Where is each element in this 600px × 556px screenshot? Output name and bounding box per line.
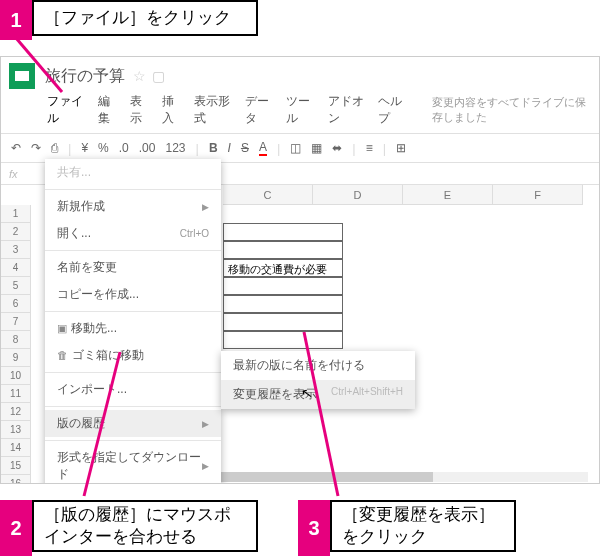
sheets-logo-icon[interactable]: [9, 63, 35, 89]
row-header[interactable]: 3: [1, 241, 31, 259]
menu-item-trash[interactable]: 🗑ゴミ箱に移動: [45, 342, 221, 369]
halign-icon[interactable]: ≡: [366, 141, 373, 155]
star-icon[interactable]: ☆: [133, 68, 146, 84]
menu-item-move[interactable]: ▣移動先...: [45, 315, 221, 342]
annotation-2: 2 ［版の履歴］にマウスポインターを合わせる: [0, 500, 258, 556]
folder-icon[interactable]: ▢: [152, 68, 165, 84]
menu-divider: [45, 311, 221, 312]
menu-item-import[interactable]: インポート...: [45, 376, 221, 403]
cell[interactable]: [223, 331, 343, 349]
menu-help[interactable]: ヘルプ: [376, 91, 407, 129]
format-number-button[interactable]: 123: [165, 141, 185, 155]
menu-item-copy[interactable]: コピーを作成...: [45, 281, 221, 308]
version-history-submenu: 最新の版に名前を付ける 変更履歴を表示Ctrl+Alt+Shift+H: [221, 351, 415, 409]
cell[interactable]: [223, 223, 343, 241]
row-header[interactable]: 12: [1, 403, 31, 421]
row-header[interactable]: 8: [1, 331, 31, 349]
menu-item-version-history[interactable]: 版の履歴▶: [45, 410, 221, 437]
annotation-1-text: ［ファイル］をクリック: [32, 0, 258, 36]
annotation-3: 3 ［変更履歴を表示］をクリック: [298, 500, 516, 556]
chevron-right-icon: ▶: [202, 202, 209, 212]
menu-edit[interactable]: 編集: [96, 91, 118, 129]
menu-insert[interactable]: 挿入: [160, 91, 182, 129]
annotation-2-text: ［版の履歴］にマウスポインターを合わせる: [32, 500, 258, 552]
annotation-3-text: ［変更履歴を表示］をクリック: [330, 500, 516, 552]
col-header-d[interactable]: D: [313, 185, 403, 205]
annotation-1-number: 1: [0, 0, 32, 40]
col-header-f[interactable]: F: [493, 185, 583, 205]
cell[interactable]: [223, 295, 343, 313]
document-title[interactable]: 旅行の予算: [45, 66, 125, 87]
bold-button[interactable]: B: [209, 141, 218, 155]
menu-format[interactable]: 表示形式: [192, 91, 233, 129]
row-header[interactable]: 5: [1, 277, 31, 295]
row-header[interactable]: 14: [1, 439, 31, 457]
col-header-c[interactable]: C: [223, 185, 313, 205]
horizontal-scrollbar[interactable]: [200, 472, 588, 482]
annotation-1: 1 ［ファイル］をクリック: [0, 0, 258, 40]
menu-item-rename[interactable]: 名前を変更: [45, 254, 221, 281]
menu-item-open[interactable]: 開く...Ctrl+O: [45, 220, 221, 247]
row-header[interactable]: 10: [1, 367, 31, 385]
insert-grid-icon[interactable]: ⊞: [396, 141, 406, 155]
fx-label: fx: [9, 168, 18, 180]
cell-transport[interactable]: 移動の交通費が必要: [223, 259, 343, 277]
cell[interactable]: [223, 241, 343, 259]
borders-icon[interactable]: ▦: [311, 141, 322, 155]
menu-item-share[interactable]: 共有...: [45, 159, 221, 186]
text-color-button[interactable]: A: [259, 140, 267, 156]
currency-button[interactable]: ¥: [81, 141, 88, 155]
menu-tools[interactable]: ツール: [284, 91, 315, 129]
row-header[interactable]: 2: [1, 223, 31, 241]
trash-icon: 🗑: [57, 349, 68, 361]
fill-color-icon[interactable]: ◫: [290, 141, 301, 155]
menu-item-new[interactable]: 新規作成▶: [45, 193, 221, 220]
menu-divider: [45, 440, 221, 441]
annotation-2-number: 2: [0, 500, 32, 556]
sheets-window: 旅行の予算 ☆ ▢ ファイル 編集 表示 挿入 表示形式 データ ツール アドオ…: [0, 56, 600, 484]
cell[interactable]: [223, 313, 343, 331]
cell[interactable]: [223, 277, 343, 295]
row-header[interactable]: 4: [1, 259, 31, 277]
menu-item-download[interactable]: 形式を指定してダウンロード▶: [45, 444, 221, 484]
percent-button[interactable]: %: [98, 141, 109, 155]
merge-icon[interactable]: ⬌: [332, 141, 342, 155]
row-header[interactable]: 7: [1, 313, 31, 331]
menu-addons[interactable]: アドオン: [326, 91, 367, 129]
title-bar: 旅行の予算 ☆ ▢: [1, 57, 599, 91]
menu-view[interactable]: 表示: [128, 91, 150, 129]
menu-bar: ファイル 編集 表示 挿入 表示形式 データ ツール アドオン ヘルプ 変更内容…: [1, 91, 599, 133]
row-header[interactable]: 13: [1, 421, 31, 439]
folder-icon: ▣: [57, 322, 67, 334]
redo-icon[interactable]: ↷: [31, 141, 41, 155]
scrollbar-thumb[interactable]: [200, 472, 433, 482]
row-header[interactable]: 1: [1, 205, 31, 223]
print-icon[interactable]: ⎙: [51, 141, 58, 155]
mouse-cursor-icon: ↖: [300, 384, 315, 402]
chevron-right-icon: ▶: [202, 419, 209, 429]
row-header[interactable]: 11: [1, 385, 31, 403]
italic-button[interactable]: I: [228, 141, 231, 155]
row-header[interactable]: 9: [1, 349, 31, 367]
submenu-item-name-version[interactable]: 最新の版に名前を付ける: [221, 351, 415, 380]
row-header[interactable]: 16: [1, 475, 31, 484]
row-header[interactable]: 15: [1, 457, 31, 475]
save-status: 変更内容をすべてドライブに保存しました: [432, 95, 591, 125]
row-header[interactable]: 6: [1, 295, 31, 313]
decimal-dec-button[interactable]: .0: [119, 141, 129, 155]
strike-button[interactable]: S: [241, 141, 249, 155]
menu-divider: [45, 189, 221, 190]
undo-icon[interactable]: ↶: [11, 141, 21, 155]
decimal-inc-button[interactable]: .00: [139, 141, 156, 155]
chevron-right-icon: ▶: [202, 461, 209, 471]
menu-divider: [45, 250, 221, 251]
submenu-item-show-history[interactable]: 変更履歴を表示Ctrl+Alt+Shift+H: [221, 380, 415, 409]
menu-divider: [45, 406, 221, 407]
col-header-e[interactable]: E: [403, 185, 493, 205]
menu-data[interactable]: データ: [243, 91, 274, 129]
menu-divider: [45, 372, 221, 373]
annotation-3-number: 3: [298, 500, 330, 556]
file-menu-dropdown: 共有... 新規作成▶ 開く...Ctrl+O 名前を変更 コピーを作成... …: [45, 159, 221, 484]
menu-file[interactable]: ファイル: [45, 91, 86, 129]
